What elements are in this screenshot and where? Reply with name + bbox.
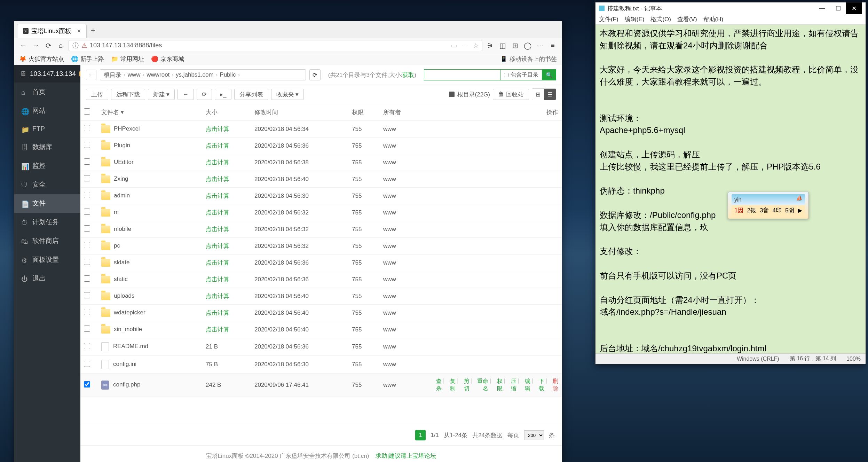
table-row[interactable]: phpconfig.php242 B2020/09/06 17:46:41755…: [80, 374, 562, 397]
close-button[interactable]: ✕: [846, 2, 862, 14]
list-view-button[interactable]: ☰: [544, 89, 556, 100]
get-size-link[interactable]: 获取: [402, 72, 414, 78]
crumb-refresh-button[interactable]: ⟳: [309, 69, 321, 80]
file-name[interactable]: README.md: [113, 343, 148, 350]
server-header[interactable]: 🖥 103.147.13.134 0: [14, 65, 80, 83]
menu-view[interactable]: 查看(V): [677, 15, 697, 23]
table-row[interactable]: sldate点击计算2020/02/18 04:56:36755www: [80, 255, 562, 271]
table-row[interactable]: m点击计算2020/02/18 04:56:32755www: [80, 204, 562, 221]
crumb-part[interactable]: wwwroot: [147, 71, 169, 78]
ime-candidate[interactable]: 5阴: [785, 206, 794, 215]
file-name[interactable]: UEditor: [114, 159, 134, 165]
ime-popup[interactable]: yin1因2银3音4印5阴▶: [728, 192, 809, 219]
table-row[interactable]: PHPexcel点击计算2020/02/18 04:56:34755www: [80, 121, 562, 138]
calc-size-link[interactable]: 点击计算: [206, 276, 229, 283]
table-row[interactable]: wdatepicker点击计算2020/02/18 04:56:40755www: [80, 305, 562, 321]
calc-size-link[interactable]: 点击计算: [206, 126, 229, 132]
file-name[interactable]: PHPexcel: [114, 125, 140, 132]
table-row[interactable]: pc点击计算2020/02/18 04:56:32755www: [80, 238, 562, 255]
new-tab-button[interactable]: +: [87, 23, 100, 38]
remote-download-button[interactable]: 远程下载: [111, 89, 145, 100]
sidebar-item-8[interactable]: 🛍软件商店: [14, 232, 80, 250]
file-name[interactable]: static: [114, 276, 128, 282]
table-row[interactable]: uploads点击计算2020/02/18 04:56:40755www: [80, 288, 562, 305]
share-list-button[interactable]: 分享列表: [234, 89, 268, 100]
menu-format[interactable]: 格式(O): [650, 15, 671, 23]
sidebar-item-2[interactable]: 📁FTP: [14, 120, 80, 138]
table-row[interactable]: xin_mobile点击计算2020/02/18 04:56:40755www: [80, 321, 562, 338]
file-name[interactable]: pc: [114, 242, 120, 249]
browser-tab[interactable]: BT 宝塔Linux面板 ×: [17, 24, 87, 38]
row-checkbox[interactable]: [84, 209, 90, 215]
sidebar-item-10[interactable]: ⏻退出: [14, 269, 80, 288]
row-op[interactable]: 压缩: [507, 378, 516, 392]
crumb-part[interactable]: Public: [220, 71, 236, 78]
calc-size-link[interactable]: 点击计算: [206, 243, 229, 249]
row-checkbox[interactable]: [84, 326, 90, 332]
file-name[interactable]: config.php: [113, 381, 140, 388]
ime-candidate[interactable]: 4印: [772, 206, 781, 215]
col-size[interactable]: 大小: [202, 104, 251, 121]
new-button[interactable]: 新建 ▾: [148, 89, 175, 100]
row-checkbox[interactable]: [84, 158, 90, 165]
breadcrumb[interactable]: 根目录 › www› wwwroot› ys.jahbs1.com› Publi…: [100, 69, 306, 80]
row-checkbox[interactable]: [84, 142, 90, 148]
col-owner[interactable]: 所有者: [380, 104, 428, 121]
row-checkbox[interactable]: [84, 292, 90, 298]
calc-size-link[interactable]: 点击计算: [206, 226, 229, 233]
tab-close-icon[interactable]: ×: [77, 28, 81, 35]
back-button[interactable]: ←: [18, 41, 28, 50]
menu-icon[interactable]: ≡: [548, 41, 558, 50]
table-row[interactable]: config.ini75 B2020/02/18 04:56:30755www: [80, 356, 562, 374]
menu-file[interactable]: 文件(F): [599, 15, 618, 23]
file-name[interactable]: mobile: [114, 226, 131, 232]
file-name[interactable]: Zxing: [114, 175, 128, 182]
file-name[interactable]: sldate: [114, 259, 129, 266]
include-subdir-checkbox[interactable]: 包含子目录: [500, 69, 542, 80]
ime-next-icon[interactable]: ▶: [798, 206, 802, 215]
row-checkbox[interactable]: [84, 192, 90, 198]
forward-button[interactable]: →: [31, 41, 41, 50]
calc-size-link[interactable]: 点击计算: [206, 259, 229, 266]
table-row[interactable]: UEditor点击计算2020/02/18 04:56:38755www: [80, 154, 562, 171]
calc-size-link[interactable]: 点击计算: [206, 193, 229, 199]
row-checkbox[interactable]: [84, 361, 90, 367]
file-name[interactable]: config.ini: [113, 361, 136, 367]
file-name[interactable]: admin: [114, 192, 130, 199]
file-name[interactable]: Plugin: [114, 142, 130, 149]
file-name[interactable]: xin_mobile: [114, 326, 142, 332]
bookmark-star-icon[interactable]: ☆: [473, 42, 479, 49]
row-checkbox[interactable]: [84, 259, 90, 265]
bookmark-item[interactable]: 🦊火狐官方站点: [19, 55, 64, 63]
menu-edit[interactable]: 编辑(E): [625, 15, 645, 23]
mobile-bookmarks[interactable]: 📱移动设备上的书签: [500, 55, 557, 63]
crumb-root[interactable]: 根目录: [104, 71, 121, 79]
disk-info[interactable]: 根目录(22G): [449, 91, 490, 99]
sidebar-item-0[interactable]: ⌂首页: [14, 83, 80, 101]
ime-candidate[interactable]: 1因: [734, 206, 743, 215]
table-row[interactable]: static点击计算2020/02/18 04:56:36755www: [80, 271, 562, 288]
table-row[interactable]: admin点击计算2020/02/18 04:56:30755www: [80, 188, 562, 204]
forum-link[interactable]: 求助|建议请上宝塔论坛: [376, 453, 436, 459]
sidebar-icon[interactable]: ◫: [498, 41, 507, 50]
bookmark-item[interactable]: 🔴京东商城: [151, 55, 184, 63]
maximize-button[interactable]: ☐: [830, 2, 846, 14]
crumb-part[interactable]: ys.jahbs1.com: [176, 71, 214, 78]
perpage-select[interactable]: 200: [524, 430, 544, 440]
account-icon[interactable]: ◯: [523, 41, 532, 50]
sidebar-item-7[interactable]: ⏱计划任务: [14, 213, 80, 232]
row-checkbox[interactable]: [84, 381, 90, 387]
calc-size-link[interactable]: 点击计算: [206, 159, 229, 166]
row-checkbox[interactable]: [84, 309, 90, 315]
favorites-button[interactable]: 收藏夹 ▾: [271, 89, 304, 100]
table-row[interactable]: mobile点击计算2020/02/18 04:56:32755www: [80, 221, 562, 238]
tb-back-button[interactable]: ←: [177, 89, 194, 100]
more-icon[interactable]: ⋯: [462, 42, 468, 49]
row-op[interactable]: 删除: [549, 378, 558, 392]
col-name[interactable]: 文件名 ▾: [98, 104, 202, 121]
url-box[interactable]: ⓘ ⚠ 103.147.13.134:8888/files ▭ ⋯ ☆: [69, 40, 482, 51]
upload-button[interactable]: 上传: [86, 89, 108, 100]
minimize-button[interactable]: ―: [814, 2, 830, 14]
row-op[interactable]: 查杀: [432, 378, 442, 392]
row-op[interactable]: 重命名: [474, 378, 488, 392]
